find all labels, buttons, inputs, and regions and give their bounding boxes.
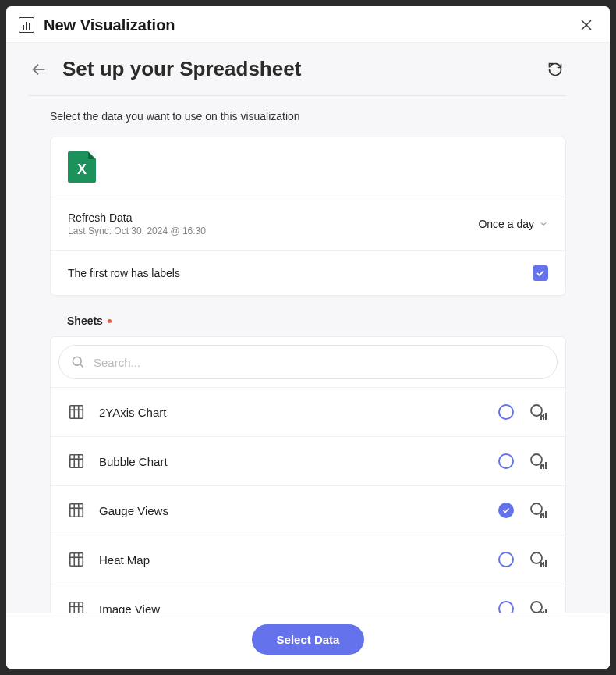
svg-rect-13 <box>545 413 547 420</box>
excel-file-icon: X <box>68 151 96 183</box>
svg-rect-11 <box>540 416 542 420</box>
sheet-row[interactable]: Image View <box>51 584 565 613</box>
data-source-card: X Refresh Data Last Sync: Oct 30, 2024 @… <box>50 137 566 296</box>
svg-point-18 <box>531 454 542 465</box>
modal-footer: Select Data <box>6 613 610 669</box>
refresh-data-info: Refresh Data Last Sync: Oct 30, 2024 @ 1… <box>68 211 206 236</box>
svg-rect-23 <box>70 504 83 517</box>
sheet-grid-icon <box>68 403 85 421</box>
svg-rect-40 <box>545 560 547 567</box>
refresh-frequency-value: Once a day <box>478 218 534 230</box>
modal-titlebar: New Visualization <box>6 6 610 43</box>
svg-rect-5 <box>70 406 83 419</box>
svg-rect-31 <box>545 511 547 518</box>
instructions-text: Select the data you want to use on this … <box>50 110 566 123</box>
visualize-icon <box>529 452 547 471</box>
sheets-search-input[interactable] <box>94 356 546 369</box>
svg-rect-21 <box>543 464 544 469</box>
sheets-section-text: Sheets <box>67 314 103 327</box>
sheet-name: 2YAxis Chart <box>99 406 484 419</box>
svg-point-3 <box>73 357 81 365</box>
refresh-data-section: Refresh Data Last Sync: Oct 30, 2024 @ 1… <box>51 197 565 251</box>
sheet-row[interactable]: Bubble Chart <box>51 436 565 485</box>
sheet-name: Gauge Views <box>99 504 484 517</box>
sheet-name: Heat Map <box>99 553 484 567</box>
sheet-select-radio[interactable] <box>498 552 514 567</box>
sheet-row[interactable]: Gauge Views <box>51 485 565 535</box>
svg-rect-14 <box>70 455 83 468</box>
svg-point-27 <box>531 503 542 514</box>
refresh-data-label: Refresh Data <box>68 211 206 224</box>
data-source-file-section: X <box>51 137 565 197</box>
sheet-grid-icon <box>68 453 85 470</box>
required-indicator-icon <box>108 319 112 323</box>
sheet-grid-icon <box>68 502 85 519</box>
first-row-labels-text: The first row has labels <box>68 267 180 279</box>
svg-rect-32 <box>70 553 83 567</box>
svg-point-45 <box>531 602 542 613</box>
check-icon <box>501 506 511 515</box>
arrow-left-icon <box>30 61 48 78</box>
refresh-frequency-select[interactable]: Once a day <box>478 218 548 230</box>
search-icon <box>70 354 86 370</box>
svg-rect-12 <box>543 414 544 420</box>
select-data-button[interactable]: Select Data <box>252 624 365 655</box>
back-button[interactable] <box>28 59 50 80</box>
visualize-sheet-button[interactable] <box>528 500 548 520</box>
modal-new-visualization: New Visualization Set up your Spreadshee… <box>6 6 610 669</box>
svg-rect-38 <box>540 563 542 567</box>
refresh-button[interactable] <box>544 59 566 80</box>
svg-rect-39 <box>543 562 544 567</box>
sheet-grid-icon <box>68 600 85 613</box>
svg-point-36 <box>531 552 542 563</box>
svg-rect-20 <box>540 465 542 469</box>
svg-rect-22 <box>545 462 547 469</box>
visualize-sheet-button[interactable] <box>528 451 548 471</box>
sheet-select-radio[interactable] <box>498 601 514 613</box>
visualize-sheet-button[interactable] <box>528 549 548 570</box>
sheet-select-radio[interactable] <box>498 503 514 518</box>
sheet-select-radio[interactable] <box>498 453 514 469</box>
sheet-row[interactable]: Heat Map <box>51 535 565 584</box>
chevron-down-icon <box>539 219 548 229</box>
last-sync-text: Last Sync: Oct 30, 2024 @ 16:30 <box>68 226 206 236</box>
modal-title: New Visualization <box>44 16 575 34</box>
page-header: Set up your Spreadsheet <box>28 57 566 96</box>
close-icon <box>579 18 593 32</box>
sheet-row[interactable]: 2YAxis Chart <box>51 387 565 436</box>
visualize-icon <box>529 403 547 421</box>
bar-chart-icon <box>19 17 34 33</box>
visualize-icon <box>529 501 547 520</box>
first-row-labels-section: The first row has labels <box>51 251 565 295</box>
sheet-select-radio[interactable] <box>498 404 514 420</box>
sheet-grid-icon <box>68 551 85 568</box>
sheet-name: Image View <box>99 602 484 613</box>
first-row-labels-checkbox[interactable] <box>533 265 548 281</box>
svg-rect-30 <box>543 513 544 518</box>
visualize-sheet-button[interactable] <box>528 599 548 613</box>
sheet-name: Bubble Chart <box>99 455 484 468</box>
refresh-icon <box>547 62 563 77</box>
page-heading: Set up your Spreadsheet <box>62 57 532 81</box>
close-button[interactable] <box>575 14 597 36</box>
check-icon <box>535 268 546 279</box>
svg-rect-29 <box>540 514 542 518</box>
modal-body: Set up your Spreadsheet Select the data … <box>6 43 610 613</box>
sheets-card: 2YAxis Chart Bubble Chart Gauge Views <box>50 336 566 613</box>
sheets-search-box <box>58 345 558 379</box>
svg-rect-41 <box>70 602 83 613</box>
sheets-section-label: Sheets <box>67 314 566 327</box>
visualize-icon <box>529 550 547 569</box>
sheets-search-wrap <box>51 337 565 387</box>
svg-line-4 <box>80 364 83 368</box>
svg-point-9 <box>531 405 542 416</box>
visualize-icon <box>529 599 547 613</box>
visualize-sheet-button[interactable] <box>528 402 548 422</box>
